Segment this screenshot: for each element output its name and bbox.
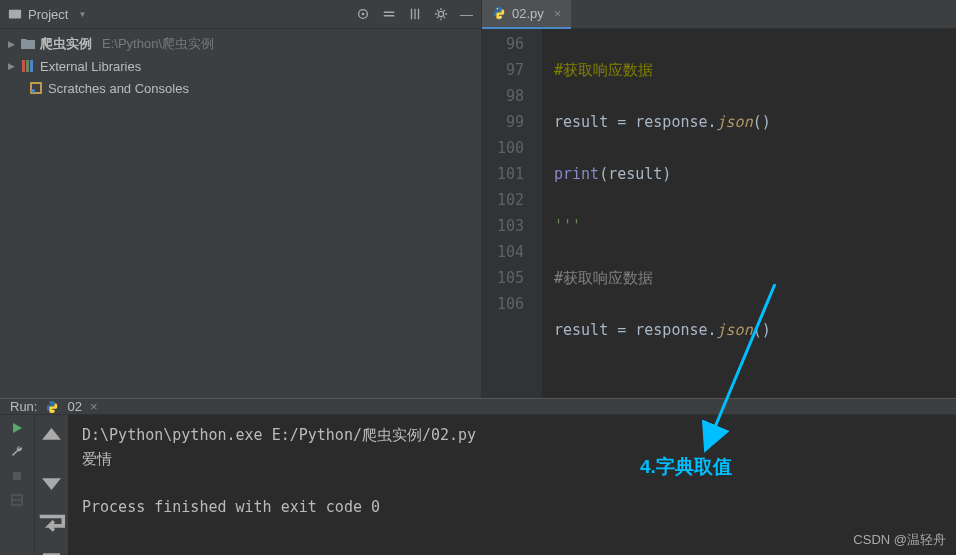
close-icon[interactable]: × xyxy=(554,6,562,21)
run-tool-window: Run: 02 × D:\Python\python.exe E:/Python… xyxy=(0,398,956,555)
svg-point-8 xyxy=(31,89,35,93)
library-icon xyxy=(20,59,36,73)
svg-rect-5 xyxy=(26,60,29,72)
svg-rect-0 xyxy=(9,10,21,19)
up-icon[interactable] xyxy=(35,421,68,454)
run-toolbar-left xyxy=(0,415,34,555)
watermark: CSDN @温轻舟 xyxy=(853,531,946,549)
svg-point-10 xyxy=(500,17,501,18)
run-config-label[interactable]: 02 xyxy=(67,399,81,414)
chevron-right-icon: ▶ xyxy=(8,39,16,49)
stop-icon[interactable] xyxy=(10,469,24,483)
close-icon[interactable]: × xyxy=(90,399,98,414)
annotation-label: 4.字典取值 xyxy=(640,454,732,480)
print-icon[interactable] xyxy=(35,550,68,555)
run-header: Run: 02 × xyxy=(0,399,956,415)
code-editor[interactable]: 96979899100101102103104105106 #获取响应数据 re… xyxy=(482,29,956,398)
rerun-icon[interactable] xyxy=(10,421,24,435)
svg-rect-11 xyxy=(13,472,21,480)
tree-item-project-root[interactable]: ▶ 爬虫实例 E:\Python\爬虫实例 xyxy=(0,33,481,55)
line-gutter: 96979899100101102103104105106 xyxy=(482,29,542,398)
svg-point-9 xyxy=(497,8,498,9)
console-line: 爱情 xyxy=(82,447,942,471)
layout-icon[interactable] xyxy=(10,493,24,507)
locate-icon[interactable] xyxy=(356,7,370,21)
python-file-icon xyxy=(492,6,506,20)
editor-tab-bar: 02.py × xyxy=(482,0,956,29)
sidebar-header: Project ▼ — xyxy=(0,0,481,29)
down-icon[interactable] xyxy=(35,464,68,497)
soft-wrap-icon[interactable] xyxy=(35,507,68,540)
tree-item-external-libraries[interactable]: ▶ External Libraries xyxy=(0,55,481,77)
editor-area: 02.py × 96979899100101102103104105106 #获… xyxy=(482,0,956,398)
tree-item-scratches[interactable]: Scratches and Consoles xyxy=(0,77,481,99)
svg-rect-4 xyxy=(22,60,25,72)
run-toolbar-right xyxy=(34,415,68,555)
expand-icon[interactable] xyxy=(382,7,396,21)
gear-icon[interactable] xyxy=(434,7,448,21)
project-selector[interactable]: Project ▼ xyxy=(8,7,86,22)
console-output[interactable]: D:\Python\python.exe E:/Python/爬虫实例/02.p… xyxy=(68,415,956,555)
wrench-icon[interactable] xyxy=(10,445,24,459)
collapse-icon[interactable] xyxy=(408,7,422,21)
project-icon xyxy=(8,7,22,21)
svg-point-2 xyxy=(362,13,365,16)
project-tree: ▶ 爬虫实例 E:\Python\爬虫实例 ▶ External Librari… xyxy=(0,29,481,103)
svg-rect-6 xyxy=(30,60,33,72)
tree-path: E:\Python\爬虫实例 xyxy=(102,35,214,53)
editor-tab[interactable]: 02.py × xyxy=(482,0,571,29)
console-line: Process finished with exit code 0 xyxy=(82,495,942,519)
chevron-down-icon: ▼ xyxy=(78,10,86,19)
tree-label: Scratches and Consoles xyxy=(48,81,189,96)
project-title: Project xyxy=(28,7,68,22)
console-line: D:\Python\python.exe E:/Python/爬虫实例/02.p… xyxy=(82,423,942,447)
tree-label: 爬虫实例 xyxy=(40,35,92,53)
python-config-icon xyxy=(45,400,59,414)
run-title: Run: xyxy=(10,399,37,414)
scratch-icon xyxy=(28,81,44,95)
hide-icon[interactable]: — xyxy=(460,7,473,22)
code-content[interactable]: #获取响应数据 result = response.json() print(r… xyxy=(542,29,956,398)
svg-point-3 xyxy=(438,11,443,16)
project-sidebar: Project ▼ — ▶ 爬虫实例 E:\Python\爬虫实例 ▶ xyxy=(0,0,482,398)
folder-icon xyxy=(20,38,36,50)
tree-label: External Libraries xyxy=(40,59,141,74)
chevron-right-icon: ▶ xyxy=(8,61,16,71)
tab-label: 02.py xyxy=(512,6,544,21)
